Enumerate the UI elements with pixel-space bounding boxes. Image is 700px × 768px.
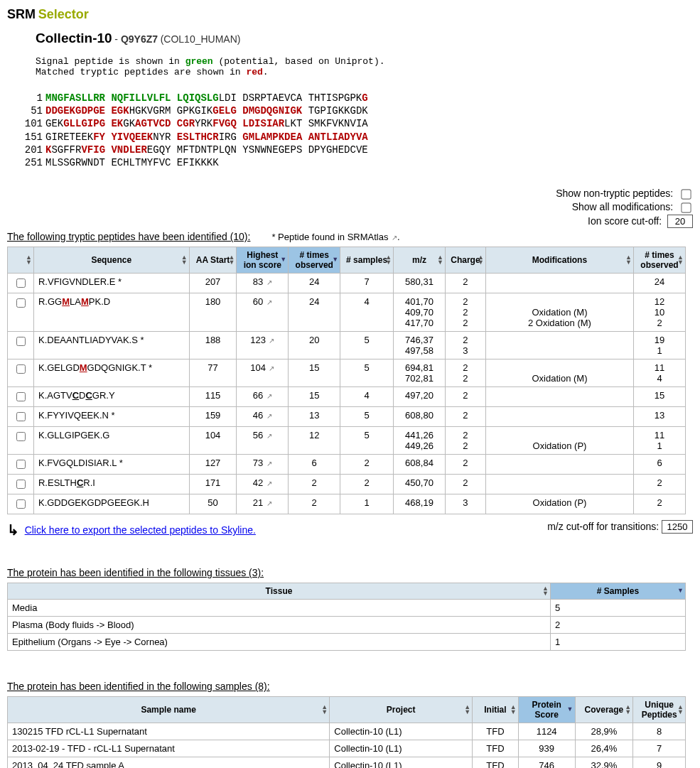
mz: 608,84 xyxy=(394,455,446,475)
allmods-checkbox[interactable] xyxy=(681,202,691,212)
note-text: Matched tryptic peptides are shown in xyxy=(36,67,246,77)
mz: 608,80 xyxy=(394,407,446,427)
col-coverage[interactable]: Coverage xyxy=(575,697,633,723)
ion-score[interactable]: 83 ↗ xyxy=(237,274,289,293)
row-checkbox[interactable] xyxy=(16,480,26,489)
times-observed-2: 2 xyxy=(634,475,686,494)
peptide-header-row: Sequence AA Start Highest ion score # ti… xyxy=(8,247,686,274)
times-observed-2: 191 xyxy=(634,332,686,359)
ion-score[interactable]: 123 ↗ xyxy=(237,332,289,359)
unique-peptides: 8 xyxy=(633,723,686,740)
protein-score: 939 xyxy=(518,740,575,757)
modifications xyxy=(485,407,633,427)
row-checkbox[interactable] xyxy=(16,412,26,421)
row-checkbox[interactable] xyxy=(16,392,26,401)
mz-cutoff-label: m/z cut-off for transitions: xyxy=(547,521,659,532)
protein-score: 746 xyxy=(518,757,575,768)
col-select[interactable] xyxy=(8,247,34,274)
col-unique-peptides[interactable]: Unique Peptides xyxy=(633,697,686,723)
table-row: K.DEAANTLIADYVAK.S *188123 ↗205746,37497… xyxy=(8,332,686,359)
ion-score[interactable]: 60 ↗ xyxy=(237,293,289,332)
nontryptic-checkbox[interactable] xyxy=(681,189,691,199)
ion-score[interactable]: 56 ↗ xyxy=(237,427,289,455)
arrow-icon: ↳ xyxy=(7,521,19,539)
row-checkbox[interactable] xyxy=(16,460,26,469)
col-mz[interactable]: m/z xyxy=(394,247,446,274)
unique-peptides: 7 xyxy=(633,740,686,757)
external-link-icon: ↗ xyxy=(266,499,272,507)
title-selector: Selector xyxy=(38,7,89,21)
mz: 694,81702,81 xyxy=(394,359,446,387)
tissue-samples: 1 xyxy=(551,634,686,651)
ion-score[interactable]: 104 ↗ xyxy=(237,359,289,387)
col-tissue[interactable]: Tissue xyxy=(8,583,551,600)
col-sample-name[interactable]: Sample name xyxy=(8,697,330,723)
col-times-observed-2[interactable]: # times observed xyxy=(634,247,686,274)
num-samples: 2 xyxy=(340,455,394,475)
table-row: R.GGMLAMPK.D18060 ↗244401,70409,70417,70… xyxy=(8,293,686,332)
external-link-icon: ↗ xyxy=(269,337,274,345)
initial: TFD xyxy=(473,740,519,757)
col-highest-ion-score[interactable]: Highest ion score xyxy=(237,247,289,274)
ion-score[interactable]: 21 ↗ xyxy=(237,494,289,514)
coverage: 32,9% xyxy=(575,757,633,768)
ion-score[interactable]: 46 ↗ xyxy=(237,407,289,427)
row-checkbox[interactable] xyxy=(16,432,26,441)
export-skyline-link[interactable]: Click here to export the selected peptid… xyxy=(25,524,256,536)
mz: 746,37497,58 xyxy=(394,332,446,359)
aa-start: 104 xyxy=(189,427,237,455)
row-checkbox[interactable] xyxy=(16,298,26,308)
table-row: K.GDDGEKGDPGEEGK.H5021 ↗21468,193Oxidati… xyxy=(8,494,686,514)
aa-start: 171 xyxy=(189,475,237,494)
times-observed: 2 xyxy=(289,475,340,494)
peptide-sequence: R.GGMLAMPK.D xyxy=(33,293,189,332)
ion-score[interactable]: 73 ↗ xyxy=(237,455,289,475)
table-row: R.VFIGVNDLER.E *20783 ↗247580,31224 xyxy=(8,274,686,293)
protein-sep: - xyxy=(114,33,121,45)
times-observed-2: 2 xyxy=(634,494,686,514)
note-text: . xyxy=(263,67,269,77)
col-modifications[interactable]: Modifications xyxy=(485,247,633,274)
mz: 497,20 xyxy=(394,387,446,407)
times-observed: 15 xyxy=(289,387,340,407)
charge: 22 xyxy=(445,359,485,387)
ion-score[interactable]: 42 ↗ xyxy=(237,475,289,494)
num-samples: 5 xyxy=(340,332,394,359)
times-observed-2: 13 xyxy=(634,407,686,427)
charge: 2 xyxy=(445,407,485,427)
modifications: Oxidation (P) xyxy=(485,494,633,514)
ionscore-input[interactable] xyxy=(667,215,693,228)
peptide-sequence: R.VFIGVNDLER.E * xyxy=(33,274,189,293)
col-tissue-samples[interactable]: # Samples xyxy=(551,583,686,600)
col-samples[interactable]: # samples xyxy=(340,247,394,274)
initial: TFD xyxy=(473,723,519,740)
tissue-name: Epithelium (Organs -> Eye -> Cornea) xyxy=(8,634,551,651)
table-row: Plasma (Body fluids -> Blood)2 xyxy=(8,617,686,634)
charge: 3 xyxy=(445,494,485,514)
row-checkbox[interactable] xyxy=(16,278,26,288)
ion-score[interactable]: 66 ↗ xyxy=(237,387,289,407)
col-times-observed[interactable]: # times observed xyxy=(289,247,340,274)
modifications xyxy=(485,475,633,494)
peptide-sequence: K.GLLGIPGEK.G xyxy=(33,427,189,455)
coverage: 26,4% xyxy=(575,740,633,757)
external-link-icon: ↗ xyxy=(266,392,272,400)
col-initial[interactable]: Initial xyxy=(473,697,519,723)
col-charge[interactable]: Charge xyxy=(445,247,485,274)
project: Collectin-10 (L1) xyxy=(330,740,473,757)
col-aastart[interactable]: AA Start xyxy=(189,247,237,274)
sample-header: The protein has been identified in the f… xyxy=(7,681,693,692)
mz-cutoff-input[interactable] xyxy=(662,520,693,534)
aa-start: 159 xyxy=(189,407,237,427)
col-protein-score[interactable]: Protein Score xyxy=(518,697,575,723)
col-sequence[interactable]: Sequence xyxy=(33,247,189,274)
srm-note: * Peptide found in SRMAtlas ↗. xyxy=(271,232,399,242)
display-controls: Show non-tryptic peptides: Show all modi… xyxy=(7,188,693,228)
row-checkbox[interactable] xyxy=(16,337,26,346)
num-samples: 1 xyxy=(340,494,394,514)
mz: 401,70409,70417,70 xyxy=(394,293,446,332)
col-project[interactable]: Project xyxy=(330,697,473,723)
row-checkbox[interactable] xyxy=(16,364,26,374)
row-checkbox[interactable] xyxy=(16,499,26,509)
external-link-icon: ↗ xyxy=(392,234,397,242)
